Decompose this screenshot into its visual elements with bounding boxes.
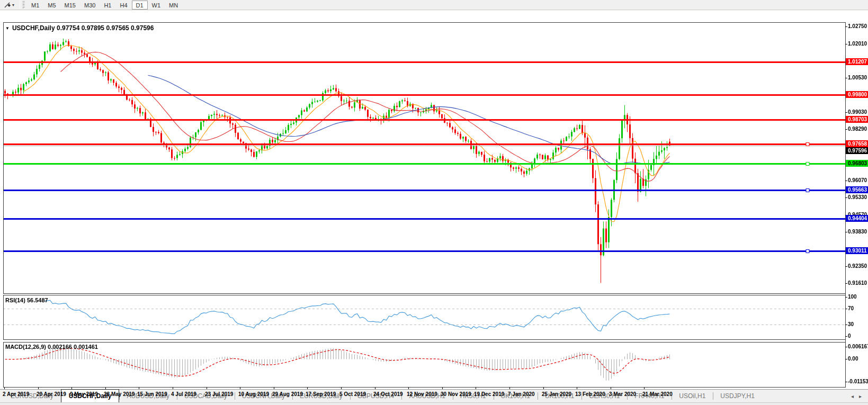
level-price-box: 0.93011 (846, 247, 868, 254)
chart-window: ▼USDCHF,Daily 0.97754 0.97895 0.97565 0.… (0, 11, 868, 380)
rsi-axis-tick: 30 (848, 321, 868, 327)
timeframe-button-mn[interactable]: MN (165, 1, 182, 10)
date-axis-label: 29 Aug 2019 (272, 391, 303, 397)
price-axis-tick: 0.91610 (848, 280, 868, 286)
date-axis-label: 20 Apr 2019 (37, 391, 66, 397)
price-axis-tick: 1.02750 (848, 23, 868, 29)
price-chart-canvas[interactable] (0, 22, 868, 390)
price-axis-tick: 0.93830 (848, 229, 868, 235)
timeframe-button-m5[interactable]: M5 (43, 1, 60, 10)
date-axis-label: 9 May 2019 (70, 391, 98, 397)
price-axis-tick: 0.96070 (848, 177, 868, 183)
price-axis-tick: 0.95330 (848, 194, 868, 200)
date-axis-label: 7 Jan 2020 (508, 391, 535, 397)
timeframe-button-h1[interactable]: H1 (100, 1, 115, 10)
level-price-box: 0.96803 (846, 160, 868, 167)
level-price-box: 0.98703 (846, 116, 868, 123)
level-price-box: 0.94404 (846, 215, 868, 222)
rsi-indicator-label: RSI(14) 56.5487 (5, 297, 48, 303)
trading-app: ▾ M1M5M15M30H1H4D1W1MN ▼USDCHF,Daily 0.9… (0, 0, 868, 405)
date-axis-label: 25 Jan 2020 (542, 391, 571, 397)
price-axis-tick: 0.92350 (848, 263, 868, 269)
symbol-dropdown-icon: ▼ (5, 26, 10, 31)
price-axis-tick: 1.02010 (848, 41, 868, 47)
status-strip (0, 402, 868, 405)
date-axis-label: 17 Sep 2019 (306, 391, 336, 397)
tab-scroll-right-icon[interactable]: ▸ (859, 393, 862, 399)
date-axis-label: 15 Jun 2019 (137, 391, 167, 397)
timeframe-button-h4[interactable]: H4 (115, 1, 131, 10)
date-axis-label: 4 Jul 2019 (171, 391, 196, 397)
chevron-down-icon: ▾ (12, 3, 14, 7)
price-axis-tick: 0.98290 (848, 126, 868, 132)
macd-indicator-label: MACD(12,26,9) 0.002166 0.001461 (5, 344, 98, 350)
chart-tab-usdjpy-h1[interactable]: USDJPY,H1 (713, 390, 762, 402)
timeframe-button-m30[interactable]: M30 (80, 1, 100, 10)
macd-axis-tick: 0.006167 (848, 344, 868, 349)
rsi-axis-tick: 0 (848, 333, 868, 339)
timeframe-button-m15[interactable]: M15 (60, 1, 80, 10)
timeframe-toolbar: ▾ M1M5M15M30H1H4D1W1MN (0, 0, 868, 10)
rsi-axis-tick: 70 (848, 305, 868, 311)
date-axis-label: 23 Jul 2019 (205, 391, 233, 397)
tab-scroll-controls: ◂ ▸ (851, 393, 868, 399)
tab-scroll-left-icon[interactable]: ◂ (851, 393, 854, 399)
price-axis-tick: 0.99030 (848, 109, 868, 115)
date-axis-label: 30 Nov 2019 (441, 391, 471, 397)
chart-symbol-period: USDCHF,Daily (12, 24, 55, 32)
timeframe-button-m1[interactable]: M1 (27, 1, 43, 10)
level-price-box: 1.01207 (846, 58, 868, 65)
level-price-box: 0.99800 (846, 91, 868, 98)
timeframe-button-d1[interactable]: D1 (132, 1, 148, 10)
price-axis-tick: 1.00530 (848, 75, 868, 80)
macd-axis-tick: 0.00 (848, 356, 868, 362)
date-axis-label: 10 Aug 2019 (238, 391, 269, 397)
rsi-axis-tick: 100 (848, 294, 868, 300)
chart-title: ▼USDCHF,Daily 0.97754 0.97895 0.97565 0.… (5, 24, 154, 32)
date-axis-label: 19 Dec 2019 (474, 391, 504, 397)
date-axis-label: 24 Oct 2019 (373, 391, 403, 397)
date-axis-label: 21 Mar 2020 (642, 391, 673, 397)
timeframe-button-w1[interactable]: W1 (148, 1, 165, 10)
chart-tab-usoil-h1[interactable]: USOil,H1 (672, 390, 713, 402)
date-axis-label: 2 Apr 2019 (3, 391, 29, 397)
chart-ohlc-values: 0.97754 0.97895 0.97565 0.97596 (57, 24, 154, 32)
level-price-box: 0.95663 (846, 186, 868, 193)
macd-axis-tick: -0.011531 (848, 379, 868, 384)
current-price-box: 0.97596 (846, 147, 868, 154)
date-axis-label: 12 Nov 2019 (407, 391, 437, 397)
date-axis-label: 28 May 2019 (104, 391, 135, 397)
date-axis-label: 3 Mar 2020 (609, 391, 636, 397)
date-axis-label: 13 Feb 2020 (575, 391, 605, 397)
line-studies-button[interactable]: ▾ (2, 1, 16, 10)
date-axis-label: 5 Oct 2019 (339, 391, 366, 397)
toolbar-grip[interactable] (23, 1, 25, 8)
toolbar-separator (20, 1, 20, 9)
level-price-box: 0.97658 (846, 140, 868, 147)
line-studies-icon (4, 1, 11, 8)
